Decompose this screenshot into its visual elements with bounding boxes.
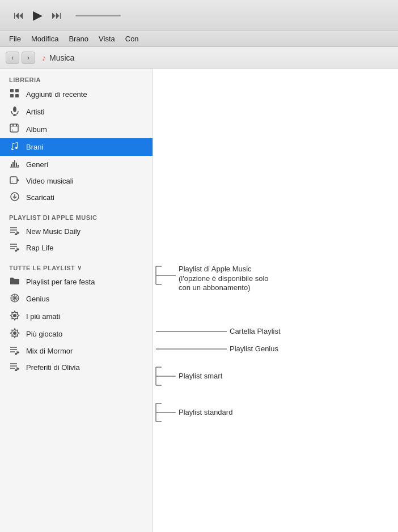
sidebar-item-artisti[interactable]: Artisti bbox=[0, 103, 153, 121]
sidebar-item-label: Album bbox=[26, 125, 143, 134]
microphone-icon bbox=[9, 106, 20, 118]
title-bar: ⏮ ▶ ⏭ bbox=[0, 0, 398, 31]
sidebar-item-label: Mix di Mormor bbox=[26, 347, 143, 355]
svg-point-48 bbox=[15, 369, 17, 371]
svg-text:con un abbonamento): con un abbonamento) bbox=[179, 283, 250, 292]
annotations-svg: Playlist di Apple Music (l'opzione è dis… bbox=[153, 69, 398, 532]
menu-file[interactable]: File bbox=[5, 33, 26, 44]
sidebar-item-label: I più amati bbox=[26, 312, 143, 321]
sidebar-item-label: Rap Life bbox=[26, 244, 143, 252]
sidebar-item-generi[interactable]: Generi bbox=[0, 156, 153, 173]
tutte-header-label: Tutte le playlist bbox=[9, 265, 75, 271]
svg-point-38 bbox=[13, 314, 16, 317]
sidebar-item-genius[interactable]: Genius bbox=[0, 290, 153, 308]
sidebar-item-label: Brani bbox=[26, 143, 143, 151]
svg-text:♪: ♪ bbox=[11, 180, 13, 183]
playlist-standard-icon bbox=[9, 362, 20, 373]
svg-point-26 bbox=[15, 233, 17, 235]
music-note-icon: ♪ bbox=[42, 53, 46, 62]
transport-controls: ⏮ ▶ ⏭ bbox=[11, 7, 121, 24]
music-note-icon bbox=[9, 141, 20, 153]
menu-vista[interactable]: Vista bbox=[94, 33, 120, 44]
grid-icon bbox=[9, 88, 20, 100]
svg-point-32 bbox=[17, 248, 19, 250]
playlist-standard-icon bbox=[9, 346, 20, 356]
svg-rect-0 bbox=[10, 89, 14, 92]
playlist-icon bbox=[9, 242, 20, 253]
sidebar-item-piu-giocato[interactable]: Più giocato bbox=[0, 325, 153, 343]
svg-text:Playlist standard: Playlist standard bbox=[179, 408, 232, 416]
sidebar-item-label: Artisti bbox=[26, 108, 143, 116]
menu-brano[interactable]: Brano bbox=[64, 33, 93, 44]
svg-text:Cartella Playlist: Cartella Playlist bbox=[230, 327, 281, 335]
svg-point-4 bbox=[13, 107, 16, 112]
play-button[interactable]: ▶ bbox=[31, 7, 45, 24]
libreria-header: Libreria bbox=[0, 69, 153, 86]
sidebar-item-label: Scaricati bbox=[26, 193, 143, 202]
nav-bar: ‹ › ♪ Musica bbox=[0, 47, 398, 69]
tutte-le-playlist-header[interactable]: Tutte le playlist ∨ bbox=[0, 256, 153, 274]
svg-point-44 bbox=[17, 351, 19, 354]
gear-icon bbox=[9, 328, 20, 340]
svg-text:Playlist smart: Playlist smart bbox=[179, 372, 223, 380]
svg-point-43 bbox=[15, 353, 17, 355]
sidebar-item-party[interactable]: Playlist per fare festa bbox=[0, 274, 153, 290]
sidebar-item-brani[interactable]: Brani bbox=[0, 138, 153, 156]
sidebar-item-label: Più giocato bbox=[26, 330, 143, 338]
svg-marker-20 bbox=[17, 178, 19, 182]
sidebar-item-new-music-daily[interactable]: New Music Daily bbox=[0, 223, 153, 240]
sidebar-item-piu-amati[interactable]: I più amati bbox=[0, 308, 153, 325]
rewind-button[interactable]: ⏮ bbox=[11, 8, 26, 23]
nav-back-button[interactable]: ‹ bbox=[6, 52, 19, 64]
svg-point-31 bbox=[15, 250, 17, 252]
video-icon: ♪ bbox=[9, 176, 20, 186]
svg-rect-1 bbox=[15, 89, 19, 92]
content-area: Playlist di Apple Music (l'opzione è dis… bbox=[153, 69, 398, 532]
svg-rect-9 bbox=[12, 124, 14, 126]
genres-icon bbox=[9, 159, 20, 171]
progress-bar[interactable] bbox=[75, 15, 121, 16]
sidebar-item-album[interactable]: ♪ Album bbox=[0, 121, 153, 138]
sidebar-item-label: New Music Daily bbox=[26, 227, 143, 236]
svg-rect-3 bbox=[15, 94, 19, 97]
nav-forward-button[interactable]: › bbox=[22, 52, 35, 64]
chevron-down-icon: ∨ bbox=[77, 264, 82, 271]
forward-button[interactable]: ⏭ bbox=[49, 8, 64, 23]
svg-point-27 bbox=[17, 232, 19, 234]
svg-text:Playlist di Apple Music: Playlist di Apple Music bbox=[179, 265, 252, 273]
sidebar-item-label: Preferiti di Olivia bbox=[26, 363, 143, 372]
svg-rect-10 bbox=[16, 124, 17, 126]
sidebar-item-mix-mormor[interactable]: Mix di Mormor bbox=[0, 343, 153, 359]
download-icon bbox=[9, 191, 20, 203]
playlist-icon bbox=[9, 226, 20, 237]
main-layout: Libreria Aggiunti di recente bbox=[0, 69, 398, 532]
sidebar-item-preferiti-olivia[interactable]: Preferiti di Olivia bbox=[0, 359, 153, 376]
svg-point-39 bbox=[13, 331, 16, 335]
sidebar-item-label: Aggiunti di recente bbox=[26, 90, 143, 99]
sidebar: Libreria Aggiunti di recente bbox=[0, 69, 153, 532]
sidebar-item-label: Generi bbox=[26, 160, 143, 169]
sidebar-item-video[interactable]: ♪ Video musicali bbox=[0, 173, 153, 189]
svg-text:Playlist Genius: Playlist Genius bbox=[230, 344, 278, 353]
menu-modifica[interactable]: Modifica bbox=[27, 33, 63, 44]
nav-location-label: Musica bbox=[49, 53, 74, 62]
menu-bar: File Modifica Brano Vista Con bbox=[0, 31, 398, 47]
sidebar-item-label: Playlist per fare festa bbox=[26, 278, 143, 286]
album-icon: ♪ bbox=[9, 124, 20, 135]
sidebar-item-label: Genius bbox=[26, 295, 143, 303]
nav-location: ♪ Musica bbox=[42, 53, 74, 62]
svg-point-49 bbox=[17, 368, 19, 370]
folder-icon bbox=[9, 276, 20, 287]
svg-text:(l'opzione è disponibile solo: (l'opzione è disponibile solo bbox=[179, 274, 269, 283]
sidebar-item-rap-life[interactable]: Rap Life bbox=[0, 240, 153, 256]
sidebar-item-label: Video musicali bbox=[26, 177, 143, 185]
sidebar-item-scaricati[interactable]: Scaricati bbox=[0, 189, 153, 206]
svg-text:♪: ♪ bbox=[11, 128, 14, 132]
gear-icon bbox=[9, 310, 20, 322]
genius-icon bbox=[9, 293, 20, 305]
apple-music-header: Playlist di Apple Music bbox=[0, 206, 153, 223]
svg-rect-2 bbox=[10, 94, 14, 97]
sidebar-item-aggiunti[interactable]: Aggiunti di recente bbox=[0, 86, 153, 103]
menu-con[interactable]: Con bbox=[121, 33, 143, 44]
